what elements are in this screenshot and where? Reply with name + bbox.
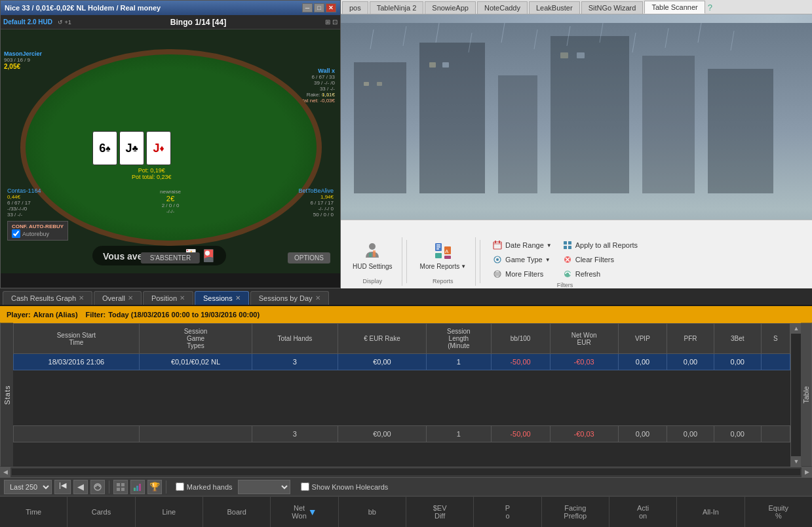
tab-position[interactable]: Position ✕ (143, 291, 193, 305)
h-scroll-right[interactable]: ▶ (802, 467, 812, 477)
tab-sessions-by-day-close[interactable]: ✕ (315, 294, 320, 302)
first-page-btn[interactable]: |◀ (54, 480, 71, 494)
tab-sessions-by-day-label: Sessions by Day (259, 294, 313, 302)
absent-button[interactable]: S'ABSENTER (141, 252, 200, 264)
show-holecards-checkbox[interactable] (301, 482, 309, 491)
hand-equity-label: Equity% (768, 504, 788, 520)
poker-title: Nice 33 / 0,01€-0,02€ NL Holdem / Real m… (5, 4, 302, 12)
sort-arrow-net-won[interactable]: ▼ (308, 507, 317, 517)
svg-rect-20 (429, 62, 436, 68)
contas-stats3: 33 / -/- (7, 212, 41, 218)
col-bb100[interactable]: bb/100 (491, 324, 550, 354)
h-scroll-left[interactable]: ◀ (0, 467, 10, 477)
autorebuy-checkbox[interactable] (12, 229, 20, 238)
apply-to-all-label: Apply to all Reports (575, 241, 638, 249)
table-row[interactable]: 18/03/2016 21:06 €0,01/€0,02 NL 3 €0,00 … (14, 354, 790, 370)
svg-text:A: A (445, 248, 449, 254)
ribbon-tab-notecaddy[interactable]: NoteCaddy (477, 1, 528, 14)
trophy-btn[interactable]: 🏆 (147, 480, 162, 494)
marked-hands-select[interactable] (238, 480, 290, 494)
svg-rect-21 (442, 62, 449, 68)
maximize-btn[interactable]: □ (314, 3, 324, 12)
minimize-btn[interactable]: ─ (302, 3, 313, 12)
pot-total: Pot total: 0,23€ (132, 174, 172, 180)
hud-settings-btn[interactable]: HUD Settings (349, 239, 396, 272)
col-s[interactable]: S (761, 324, 790, 354)
tab-cash-results-close[interactable]: ✕ (79, 294, 84, 302)
hand-line-label: Line (162, 508, 176, 516)
refresh-icon (562, 269, 573, 279)
svg-rect-23 (577, 52, 585, 58)
ribbon-tab-pos[interactable]: pos (342, 1, 368, 14)
ribbon-tab-snowie[interactable]: SnowieApp (425, 1, 476, 14)
autorebuy-text: Autorebuy (22, 231, 49, 237)
ribbon-group-reports: A More Reports ▼ Reports (411, 237, 476, 286)
col-length[interactable]: SessionLength(Minute (427, 324, 491, 354)
col-pfr[interactable]: PFR (667, 324, 714, 354)
cell-eur-rake: €0,00 (338, 354, 427, 370)
ribbon-tab-leakbuster[interactable]: LeakBuster (529, 1, 580, 14)
col-net-won[interactable]: Net WonEUR (550, 324, 618, 354)
grid-view-btn[interactable] (113, 480, 128, 494)
foot-s (761, 426, 790, 442)
ribbon-tab-sitngo[interactable]: SitNGo Wizard (581, 1, 644, 14)
hand-columns: Time Cards Line Board NetWon ▼ bb $EVDif… (0, 496, 812, 527)
clear-filters-btn[interactable]: Clear Filters (560, 253, 640, 266)
more-reports-btn[interactable]: A More Reports ▼ (416, 239, 471, 272)
cell-net-won: -€0,03 (550, 354, 618, 370)
col-total-hands[interactable]: Total Hands (252, 324, 338, 354)
table-footer-row: 3 €0,00 1 -50,00 -€0,03 0,00 0,00 0,00 (14, 426, 790, 442)
tab-cash-results[interactable]: Cash Results Graph ✕ (3, 291, 92, 305)
col-vpip[interactable]: VPIP (618, 324, 667, 354)
col-3bet[interactable]: 3Bet (714, 324, 761, 354)
last-n-select[interactable]: Last 250 (4, 480, 52, 494)
refresh-btn[interactable]: Refresh (560, 267, 640, 281)
separator-1 (406, 240, 407, 283)
tab-sessions-by-day[interactable]: Sessions by Day ✕ (250, 291, 329, 305)
options-button[interactable]: OPTIONS (288, 252, 330, 264)
more-filters-btn[interactable]: More Filters (490, 267, 554, 281)
svg-rect-25 (369, 253, 372, 257)
tab-position-close[interactable]: ✕ (180, 294, 185, 302)
tab-overall-close[interactable]: ✕ (128, 294, 133, 302)
hud-refresh-btn[interactable] (90, 480, 105, 494)
date-range-arrow: ▼ (547, 243, 552, 248)
h-scroll-track[interactable] (12, 469, 800, 475)
tab-overall[interactable]: Overall ✕ (94, 291, 142, 305)
marked-hands-checkbox[interactable] (176, 482, 184, 491)
marked-hands-label: Marked hands (187, 483, 233, 491)
tab-sessions[interactable]: Sessions ✕ (195, 291, 249, 305)
date-range-label: Date Range (505, 241, 544, 249)
chart-btn[interactable] (130, 480, 145, 494)
tab-sessions-close[interactable]: ✕ (235, 294, 241, 302)
hud-label: Default 2.0 HUD (3, 18, 52, 26)
close-btn[interactable]: ✕ (326, 3, 336, 12)
ribbon-tab-tablescanner[interactable]: Table Scanner (644, 1, 705, 14)
scroll-up-btn[interactable]: ▲ (791, 323, 802, 334)
tab-position-label: Position (151, 294, 177, 302)
svg-line-8 (436, 23, 439, 43)
help-icon[interactable]: ? (705, 1, 715, 14)
col-start-time[interactable]: Session StartTime (14, 324, 140, 354)
prev-hand-btn[interactable]: ◀ (73, 480, 88, 494)
game-type-icon (492, 254, 503, 265)
foot-start (14, 426, 140, 442)
player-label: Player: (7, 311, 31, 319)
date-range-btn[interactable]: Date Range ▼ (490, 239, 554, 252)
apply-to-all-btn[interactable]: Apply to all Reports (560, 239, 640, 252)
empty-row-1 (14, 370, 790, 390)
col-eur-rake[interactable]: € EUR Rake (338, 324, 427, 354)
ribbon-tab-tablninja[interactable]: TableNinja 2 (370, 1, 424, 14)
scroll-down-btn[interactable]: ▼ (791, 456, 802, 467)
autorebuy-check[interactable]: Autorebuy (12, 229, 64, 238)
col-game-types[interactable]: SessionGameTypes (139, 324, 252, 354)
separator-bt-1 (109, 480, 109, 494)
game-type-btn[interactable]: Game Type ▼ (490, 253, 554, 266)
more-reports-icon: A (433, 241, 454, 262)
hand-col-action: Action (609, 497, 677, 527)
hand-col-board: Board (203, 497, 271, 527)
hand-col-facing: FacingPreflop (542, 497, 609, 527)
cell-vpip: 0,00 (618, 354, 667, 370)
newraise-label: newraise (160, 189, 181, 195)
v-scroll-track[interactable] (791, 334, 801, 456)
